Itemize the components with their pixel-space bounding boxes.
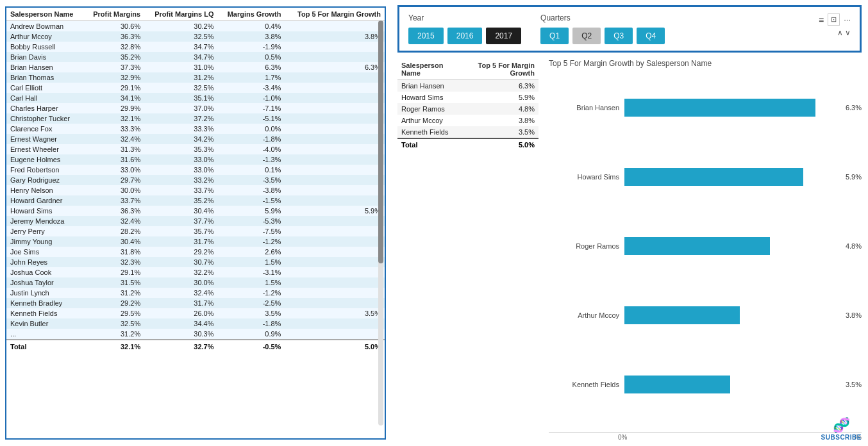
data-cell bbox=[285, 72, 385, 83]
table-row: Joe Sims31.8%29.2%2.6% bbox=[6, 247, 385, 257]
data-cell: -7.1% bbox=[217, 103, 285, 113]
salesperson-cell: Charles Harper bbox=[6, 103, 84, 113]
summary-cell: 3.5% bbox=[463, 126, 538, 138]
data-cell: 31.2% bbox=[144, 72, 217, 83]
salesperson-cell: Kenneth Fields bbox=[6, 308, 84, 318]
data-cell: -2.5% bbox=[217, 298, 285, 308]
filter-top-icons: ≡ ⊡ ··· bbox=[819, 13, 851, 26]
data-cell: 34.7% bbox=[144, 52, 217, 62]
restore-button[interactable]: ⊡ bbox=[828, 13, 840, 26]
data-cell: -1.5% bbox=[217, 195, 285, 206]
col-profit-margins: Profit Margins bbox=[84, 8, 144, 21]
data-cell: 37.2% bbox=[144, 113, 217, 124]
data-cell: 33.0% bbox=[144, 165, 217, 175]
data-cell: 33.7% bbox=[144, 185, 217, 195]
summary-row: Howard Sims5.9% bbox=[397, 92, 538, 103]
scroll-thumb[interactable] bbox=[378, 21, 383, 263]
data-cell: 36.3% bbox=[84, 31, 144, 42]
data-cell: 33.2% bbox=[144, 175, 217, 185]
data-cell: 30.0% bbox=[144, 277, 217, 288]
data-cell: 31.3% bbox=[84, 144, 144, 154]
table-row: Jimmy Young30.4%31.7%-1.2% bbox=[6, 236, 385, 247]
data-cell bbox=[285, 144, 385, 154]
data-cell: 29.5% bbox=[84, 308, 144, 318]
data-cell: 31.8% bbox=[84, 247, 144, 257]
salesperson-cell: Eugene Holmes bbox=[6, 154, 84, 165]
data-cell: 30.4% bbox=[144, 206, 217, 216]
summary-row: Brian Hansen6.3% bbox=[397, 80, 538, 92]
quarter-button-Q1[interactable]: Q1 bbox=[540, 28, 569, 44]
data-cell: 32.1% bbox=[84, 113, 144, 124]
data-cell: 3.5% bbox=[285, 308, 385, 318]
bar-container bbox=[624, 237, 837, 255]
summary-footer-cell: Total bbox=[397, 138, 463, 151]
data-cell: 36.3% bbox=[84, 206, 144, 216]
salesperson-cell: Brian Hansen bbox=[6, 62, 84, 72]
main-data-table-wrapper: Salesperson Name Profit Margins Profit M… bbox=[5, 6, 386, 440]
data-cell bbox=[285, 124, 385, 134]
data-cell: 35.3% bbox=[144, 144, 217, 154]
footer-cell: Total bbox=[6, 340, 84, 353]
quarters-label: Quarters bbox=[540, 13, 665, 22]
table-row: Ernest Wheeler31.3%35.3%-4.0% bbox=[6, 144, 385, 154]
data-cell bbox=[285, 298, 385, 308]
year-button-2017[interactable]: 2017 bbox=[486, 28, 521, 44]
data-cell: 32.4% bbox=[144, 288, 217, 298]
bar-row: Howard Sims5.9% bbox=[555, 168, 862, 186]
data-cell bbox=[285, 93, 385, 103]
data-cell bbox=[285, 329, 385, 340]
bar-value-label: 3.8% bbox=[846, 311, 862, 319]
data-cell: 31.7% bbox=[144, 298, 217, 308]
quarter-button-Q4[interactable]: Q4 bbox=[637, 28, 665, 44]
data-cell: 32.8% bbox=[84, 42, 144, 52]
data-cell: 32.5% bbox=[144, 83, 217, 93]
year-button-2015[interactable]: 2015 bbox=[408, 28, 444, 44]
data-cell: -3.1% bbox=[217, 267, 285, 277]
data-cell: 0.9% bbox=[217, 329, 285, 340]
salesperson-cell: Jeremy Mendoza bbox=[6, 216, 84, 226]
bottom-section: Salesperson Name Top 5 For Margin Growth… bbox=[397, 59, 862, 441]
quarter-button-Q3[interactable]: Q3 bbox=[605, 28, 633, 44]
quarter-button-Q2[interactable]: Q2 bbox=[572, 28, 601, 44]
table-row: Eugene Holmes31.6%33.0%-1.3% bbox=[6, 154, 385, 165]
summary-cell: 3.8% bbox=[463, 115, 538, 126]
bar-container bbox=[624, 306, 837, 324]
year-filter-section: Year 201520162017 bbox=[408, 13, 521, 44]
expand-arrows[interactable]: ∧ ∨ bbox=[837, 28, 851, 37]
data-cell: 32.3% bbox=[84, 257, 144, 267]
data-cell: 33.3% bbox=[84, 124, 144, 134]
filter-controls: ≡ ⊡ ··· ∧ ∨ bbox=[819, 13, 851, 37]
bar-value-label: 3.5% bbox=[846, 381, 862, 388]
data-cell: 3.8% bbox=[285, 31, 385, 42]
year-button-2016[interactable]: 2016 bbox=[447, 28, 483, 44]
salesperson-cell: Arthur Mccoy bbox=[6, 31, 84, 42]
data-cell: 28.2% bbox=[84, 226, 144, 236]
salesperson-cell: Joshua Cook bbox=[6, 267, 84, 277]
table-row: Bobby Russell32.8%34.7%-1.9% bbox=[6, 42, 385, 52]
data-cell: 31.2% bbox=[84, 329, 144, 340]
data-cell bbox=[285, 236, 385, 247]
chart-panel: Top 5 For Margin Growth by Salesperson N… bbox=[549, 59, 862, 441]
data-cell: 29.1% bbox=[84, 83, 144, 93]
data-cell: 32.5% bbox=[84, 318, 144, 329]
salesperson-cell: Fred Robertson bbox=[6, 165, 84, 175]
data-cell: -7.5% bbox=[217, 226, 285, 236]
data-cell bbox=[285, 257, 385, 267]
salesperson-cell: Howard Sims bbox=[6, 206, 84, 216]
data-cell: 5.9% bbox=[217, 206, 285, 216]
data-cell: 1.5% bbox=[217, 257, 285, 267]
table-row: Kenneth Fields29.5%26.0%3.5%3.5% bbox=[6, 308, 385, 318]
scrollbar[interactable] bbox=[378, 21, 383, 425]
table-row: Gary Rodriguez29.7%33.2%-3.5% bbox=[6, 175, 385, 185]
bar-label: Howard Sims bbox=[555, 173, 619, 181]
summary-cell: Howard Sims bbox=[397, 92, 463, 103]
summary-cell: 4.8% bbox=[463, 103, 538, 115]
bar-container bbox=[624, 376, 837, 393]
data-cell bbox=[285, 267, 385, 277]
table-row: Joshua Taylor31.5%30.0%1.5% bbox=[6, 277, 385, 288]
data-cell bbox=[285, 52, 385, 62]
table-row: Justin Lynch31.2%32.4%-1.2% bbox=[6, 288, 385, 298]
salesperson-cell: Jerry Perry bbox=[6, 226, 84, 236]
table-row: Clarence Fox33.3%33.3%0.0% bbox=[6, 124, 385, 134]
subscribe-corner[interactable]: 🧬 SUBSCRIBE bbox=[821, 417, 862, 441]
